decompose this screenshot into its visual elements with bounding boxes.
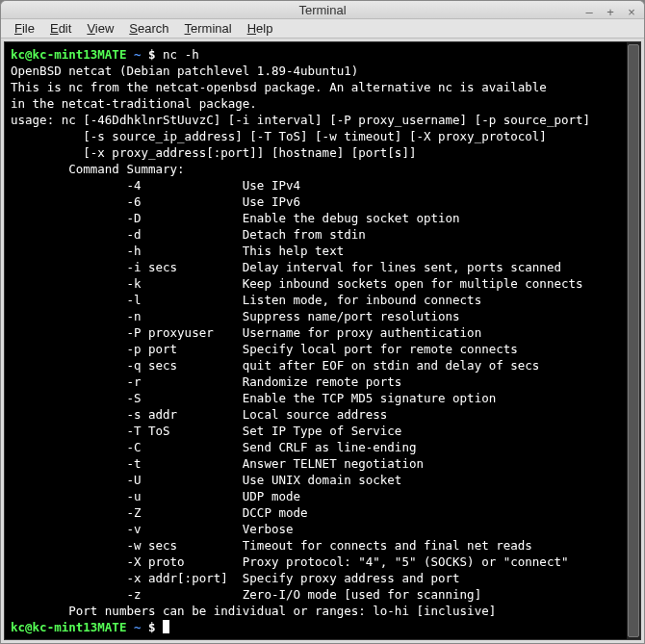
output-line: -v Verbose (11, 522, 294, 536)
output-line: -D Enable the debug socket option (11, 211, 460, 225)
close-button[interactable]: × (625, 5, 638, 18)
scrollbar-thumb[interactable] (628, 44, 639, 637)
output-line: -u UDP mode (11, 489, 300, 503)
menu-edit[interactable]: Edit (42, 19, 79, 38)
output-line: -s addr Local source address (11, 407, 387, 422)
output-line: Port numbers can be individual or ranges… (11, 604, 496, 618)
output-line: Command Summary: (11, 162, 185, 176)
output-line: -p port Specify local port for remote co… (11, 342, 518, 356)
window-title: Terminal (298, 3, 346, 17)
output-line: -S Enable the TCP MD5 signature option (11, 391, 496, 405)
scrollbar[interactable] (627, 42, 640, 639)
prompt-user-host: kc@kc-mint13MATE (11, 47, 126, 62)
output-line: [-s source_ip_address] [-T ToS] [-w time… (11, 129, 547, 143)
output-line: in the netcat-traditional package. (11, 96, 257, 111)
menu-view[interactable]: View (79, 19, 121, 38)
menu-file[interactable]: File (7, 19, 42, 38)
window-controls: – + × (582, 5, 638, 18)
menu-label: earch (138, 21, 169, 36)
output-line: -k Keep inbound sockets open for multipl… (11, 276, 583, 291)
menu-search[interactable]: Search (121, 19, 176, 38)
menu-label: dit (59, 21, 72, 36)
output-line: -w secs Timeout for connects and final n… (11, 538, 532, 553)
titlebar: Terminal – + × (1, 1, 644, 19)
output-line: -X proto Proxy protocol: "4", "5" (SOCKS… (11, 554, 568, 569)
terminal-window: Terminal – + × File Edit View Search Ter… (0, 0, 645, 644)
output-line: -C Send CRLF as line-ending (11, 440, 416, 454)
output-line: -4 Use IPv4 (11, 178, 300, 193)
menu-label: ile (22, 21, 35, 36)
output-line: -6 Use IPv6 (11, 194, 300, 209)
prompt-symbol: $ (148, 620, 156, 634)
menu-help[interactable]: Help (240, 19, 281, 38)
prompt-cwd: ~ (134, 47, 142, 62)
minimize-button[interactable]: – (582, 5, 596, 18)
cursor (163, 620, 169, 633)
output-line: This is nc from the netcat-openbsd packa… (11, 80, 547, 94)
output-line: -n Suppress name/port resolutions (11, 309, 460, 323)
menu-terminal[interactable]: Terminal (177, 19, 240, 38)
output-line: -x addr[:port] Specify proxy address and… (11, 571, 460, 585)
menu-label: iew (95, 21, 115, 36)
output-line: -z Zero-I/O mode [used for scanning] (11, 587, 481, 602)
output-line: -i secs Delay interval for lines sent, p… (11, 260, 561, 274)
terminal-body: kc@kc-mint13MATE ~ $ nc -h OpenBSD netca… (4, 41, 641, 640)
maximize-button[interactable]: + (604, 5, 617, 18)
menubar: File Edit View Search Terminal Help (1, 19, 644, 39)
output-line: -h This help text (11, 244, 344, 258)
output-line: [-x proxy_address[:port]] [hostname] [po… (11, 145, 416, 160)
prompt-user-host: kc@kc-mint13MATE (11, 620, 126, 634)
output-line: -q secs quit after EOF on stdin and dela… (11, 358, 539, 373)
prompt-symbol: $ (148, 47, 156, 62)
output-line: -Z DCCP mode (11, 505, 308, 520)
output-line: -t Answer TELNET negotiation (11, 456, 424, 471)
output-line: -U Use UNIX domain socket (11, 473, 401, 487)
output-line: -l Listen mode, for inbound connects (11, 293, 481, 307)
prompt-cwd: ~ (134, 620, 142, 634)
output-line: -T ToS Set IP Type of Service (11, 424, 401, 438)
output-line: -P proxyuser Username for proxy authenti… (11, 325, 481, 340)
terminal-area[interactable]: kc@kc-mint13MATE ~ $ nc -h OpenBSD netca… (5, 42, 627, 639)
output-line: -d Detach from stdin (11, 227, 366, 242)
command-text: nc -h (163, 47, 199, 62)
menu-label: erminal (191, 21, 232, 36)
output-line: OpenBSD netcat (Debian patchlevel 1.89-4… (11, 64, 358, 78)
output-line: usage: nc [-46DdhklnrStUuvzC] [-i interv… (11, 113, 590, 127)
menu-label: elp (256, 21, 272, 36)
output-line: -r Randomize remote ports (11, 374, 401, 389)
